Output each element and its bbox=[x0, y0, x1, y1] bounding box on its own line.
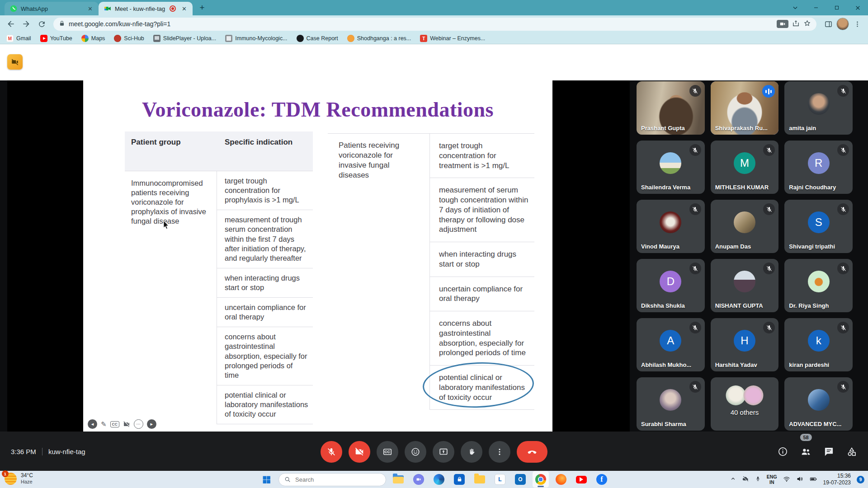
meeting-details-button[interactable] bbox=[778, 446, 788, 457]
weather-widget[interactable]: 1 34°C Haze bbox=[5, 472, 33, 485]
chat-button[interactable] bbox=[824, 446, 834, 457]
tdm-table-treatment: Patients receiving voriconazole for inva… bbox=[328, 133, 534, 410]
address-bar[interactable]: meet.google.com/kuw-nfie-tag?pli=1 bbox=[53, 18, 816, 31]
firefox-icon[interactable] bbox=[553, 471, 569, 488]
new-tab-button[interactable]: + bbox=[196, 2, 208, 14]
microsoft-store-icon[interactable] bbox=[451, 471, 467, 488]
more-tools-icon[interactable]: ⋯ bbox=[134, 419, 143, 429]
people-button[interactable]: 58 bbox=[800, 446, 811, 457]
battery-icon[interactable] bbox=[809, 475, 817, 484]
bookmark-item[interactable]: Case Report bbox=[297, 35, 338, 42]
browser-tab-whatsapp[interactable]: WhatsApp ✕ bbox=[5, 2, 99, 15]
participant-tile[interactable]: SShivangi tripathi bbox=[784, 200, 853, 253]
chrome-icon[interactable] bbox=[533, 471, 549, 488]
windows-taskbar: 1 34°C Haze L O f bbox=[0, 471, 868, 488]
language-switcher[interactable]: ENG IN bbox=[767, 474, 777, 485]
participant-tile[interactable]: 40 others bbox=[711, 377, 779, 431]
mic-off-icon bbox=[837, 144, 849, 156]
reactions-button[interactable] bbox=[405, 441, 426, 463]
participant-tile[interactable]: Shivaprakash Ru... bbox=[711, 81, 779, 135]
indication-cell: target trough concentration for treatmen… bbox=[430, 134, 534, 178]
side-panel-icon[interactable] bbox=[821, 17, 835, 31]
next-slide-button[interactable]: ▸ bbox=[147, 419, 156, 429]
participant-tile[interactable]: NISHANT GUPTA bbox=[711, 259, 779, 312]
avatar bbox=[734, 211, 755, 233]
activities-button[interactable] bbox=[846, 446, 857, 457]
minimize-icon[interactable] bbox=[806, 0, 826, 15]
participant-tile[interactable]: HHarshita Yadav bbox=[711, 318, 779, 371]
indication-cell: target trough concentration for prophyla… bbox=[217, 171, 313, 210]
bookmark-item[interactable]: SlidePlayer - Uploa... bbox=[153, 35, 216, 42]
more-options-button[interactable] bbox=[489, 441, 510, 463]
participant-tile[interactable]: MMITHLESH KUMAR bbox=[711, 141, 779, 194]
mic-tray-icon[interactable] bbox=[755, 476, 761, 483]
outlook-icon[interactable]: O bbox=[512, 471, 528, 488]
participant-tile[interactable]: Prashant Gupta bbox=[637, 81, 705, 135]
captions-toggle-icon[interactable]: CC bbox=[110, 421, 119, 427]
present-button[interactable] bbox=[433, 441, 454, 463]
search-input[interactable] bbox=[294, 476, 373, 483]
participant-tile[interactable]: DDikshha Shukla bbox=[637, 259, 705, 312]
hidden-icons-chevron[interactable] bbox=[730, 476, 736, 483]
captions-button[interactable] bbox=[377, 441, 398, 463]
end-call-button[interactable] bbox=[517, 441, 547, 463]
bookmark-item[interactable]: Shodhganga : a res... bbox=[347, 35, 411, 42]
participant-tile[interactable]: Vinod Maurya bbox=[637, 200, 705, 253]
close-tab-icon[interactable]: ✕ bbox=[85, 5, 95, 13]
raise-hand-button[interactable] bbox=[461, 441, 482, 463]
notification-count-badge[interactable]: 9 bbox=[857, 476, 864, 483]
extension-icon[interactable] bbox=[7, 54, 23, 70]
taskbar-search[interactable] bbox=[278, 473, 386, 486]
facebook-icon[interactable]: f bbox=[594, 471, 610, 488]
bookmark-item[interactable]: Maps bbox=[81, 35, 105, 42]
participant-tile[interactable]: Shailendra Verma bbox=[637, 141, 705, 194]
bookmark-label: YouTube bbox=[50, 35, 72, 42]
reload-icon[interactable] bbox=[34, 17, 49, 31]
participant-tile[interactable]: RRajni Choudhary bbox=[784, 141, 853, 194]
mic-off-icon bbox=[837, 263, 849, 274]
tab-search-icon[interactable] bbox=[785, 0, 806, 15]
browser-menu-icon[interactable] bbox=[850, 17, 864, 31]
slide-title: Voriconazole: TDM Recommendations bbox=[83, 98, 552, 122]
close-window-icon[interactable] bbox=[847, 0, 868, 15]
start-button[interactable] bbox=[258, 471, 274, 488]
bookmark-star-icon[interactable] bbox=[803, 19, 811, 28]
youtube-app-icon[interactable] bbox=[573, 471, 590, 488]
close-tab-icon[interactable]: ✕ bbox=[179, 5, 189, 13]
participant-tile[interactable]: amita jain bbox=[784, 81, 853, 135]
bookmark-item[interactable]: Sci-Hub bbox=[114, 35, 144, 42]
participant-tile[interactable]: kkiran pardeshi bbox=[784, 318, 853, 371]
edge-icon[interactable] bbox=[431, 471, 447, 488]
share-icon[interactable] bbox=[792, 19, 800, 28]
participant-tile[interactable]: Anupam Das bbox=[711, 200, 779, 253]
folder-icon[interactable] bbox=[472, 471, 488, 488]
bookmark-item[interactable]: YouTube bbox=[40, 35, 72, 42]
volume-icon[interactable] bbox=[796, 475, 803, 484]
participant-tile[interactable]: Dr. Riya Singh bbox=[784, 259, 853, 312]
forward-icon[interactable] bbox=[19, 17, 33, 31]
bookmark-item[interactable]: TWebinar – Enzymes... bbox=[420, 35, 485, 42]
linkedin-icon[interactable]: L bbox=[492, 471, 508, 488]
participant-tile[interactable]: Surabhi Sharma bbox=[637, 377, 705, 431]
participant-tile[interactable]: ADVANCED MYC... bbox=[784, 377, 853, 431]
indication-column: target trough concentration for prophyla… bbox=[217, 171, 313, 424]
screen-share-area: Voriconazole: TDM Recommendations Patien… bbox=[7, 80, 630, 432]
previous-slide-button[interactable]: ◂ bbox=[88, 419, 97, 429]
teams-chat-icon[interactable] bbox=[410, 471, 427, 488]
browser-tab-meet[interactable]: Meet - kuw-nfie-tag ✕ bbox=[99, 2, 193, 15]
mic-off-button[interactable] bbox=[321, 441, 342, 463]
profile-avatar[interactable] bbox=[836, 18, 849, 30]
camera-off-small-icon[interactable] bbox=[123, 421, 130, 428]
bookmark-item[interactable]: MGmail bbox=[6, 35, 31, 42]
bookmark-item[interactable]: Immuno-Mycologic... bbox=[225, 35, 287, 42]
onedrive-tray-icon[interactable] bbox=[742, 475, 749, 484]
maximize-icon[interactable] bbox=[826, 0, 847, 15]
pen-tool-icon[interactable]: ✎ bbox=[101, 420, 107, 428]
camera-off-button[interactable] bbox=[349, 441, 370, 463]
wifi-icon[interactable] bbox=[783, 475, 790, 484]
file-explorer-icon[interactable] bbox=[390, 471, 406, 488]
tab-camera-indicator-icon[interactable] bbox=[777, 20, 788, 28]
system-clock[interactable]: 15:36 19-07-2023 bbox=[823, 473, 851, 486]
participant-tile[interactable]: AAbhilash Mukho... bbox=[637, 318, 705, 371]
back-icon[interactable] bbox=[4, 17, 18, 31]
